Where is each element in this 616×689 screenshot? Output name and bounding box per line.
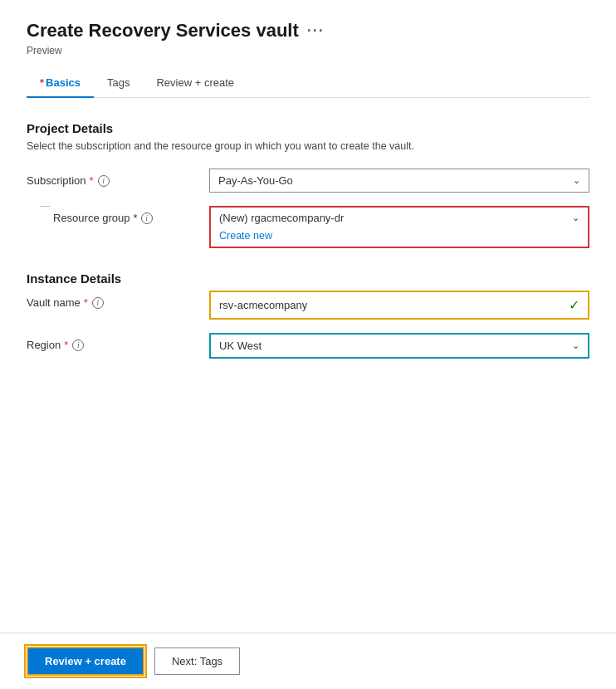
project-details-title: Project Details [27,121,589,135]
resource-group-inner: (New) rgacmecompany-dr ⌄ Create new [211,208,588,247]
main-content: Create Recovery Services vault ··· Previ… [27,20,589,669]
project-details-description: Select the subscription and the resource… [27,140,589,152]
subscription-label: Subscription [27,174,86,187]
region-input-col: UK West ⌄ [209,333,589,359]
instance-details-section: Instance Details Vault name * i ✓ [27,271,589,359]
resource-group-field: (New) rgacmecompany-dr ⌄ Create new [209,206,589,248]
tab-review-create[interactable]: Review + create [143,70,247,97]
resource-group-info-icon[interactable]: i [141,213,153,224]
vault-name-check-icon: ✓ [569,297,579,313]
resource-group-required: * [134,212,138,224]
vault-name-row: Vault name * i ✓ [27,291,589,320]
bottom-action-bar: Review + create Next: Tags [0,633,616,689]
resource-group-input-row: (New) rgacmecompany-dr ⌄ [211,208,588,228]
basics-required-star: * [40,76,44,89]
region-required: * [64,339,68,351]
subscription-required: * [90,174,94,187]
region-chevron-icon: ⌄ [572,340,579,351]
project-details-section: Project Details Select the subscription … [27,121,589,248]
vault-name-input-col: ✓ [209,291,589,320]
subscription-row: Subscription * i Pay-As-You-Go ⌄ [27,169,589,193]
region-label: Region [27,339,61,351]
resource-group-row: Resource group * i (New) rgacmecompany-d… [27,206,589,248]
page-title: Create Recovery Services vault [27,20,299,42]
vault-name-label: Vault name [27,296,81,309]
subscription-dropdown[interactable]: Pay-As-You-Go ⌄ [209,169,589,193]
next-tags-button[interactable]: Next: Tags [154,647,240,675]
preview-label: Preview [27,45,589,56]
resource-group-value: (New) rgacmecompany-dr [219,212,344,224]
vault-name-required: * [84,296,88,309]
tab-basics[interactable]: *Basics [27,70,94,97]
tabs-bar: *Basics Tags Review + create [27,70,589,98]
subscription-info-icon[interactable]: i [98,175,110,187]
vault-name-info-icon[interactable]: i [92,297,104,309]
tab-tags[interactable]: Tags [94,70,143,97]
resource-group-label-col: Resource group * i [53,206,209,224]
region-dropdown[interactable]: UK West ⌄ [209,333,589,359]
region-value: UK West [219,340,262,352]
subscription-value: Pay-As-You-Go [218,174,293,187]
region-label-col: Region * i [27,333,209,351]
resource-group-label: Resource group [53,212,130,224]
vault-name-input[interactable] [219,299,562,311]
create-new-link[interactable]: Create new [211,228,588,247]
subscription-chevron-icon: ⌄ [573,175,580,186]
resource-group-input-col: (New) rgacmecompany-dr ⌄ Create new [209,206,589,248]
page-container: Create Recovery Services vault ··· Previ… [0,0,616,689]
resource-group-chevron-icon: ⌄ [572,213,579,223]
subscription-label-col: Subscription * i [27,169,209,187]
instance-details-title: Instance Details [27,271,589,286]
subscription-input-col: Pay-As-You-Go ⌄ [209,169,589,193]
region-info-icon[interactable]: i [72,340,84,351]
more-options-icon[interactable]: ··· [307,22,325,40]
region-row: Region * i UK West ⌄ [27,333,589,359]
vault-name-label-col: Vault name * i [27,291,209,309]
review-create-button[interactable]: Review + create [27,647,144,676]
vault-name-field: ✓ [209,291,589,320]
